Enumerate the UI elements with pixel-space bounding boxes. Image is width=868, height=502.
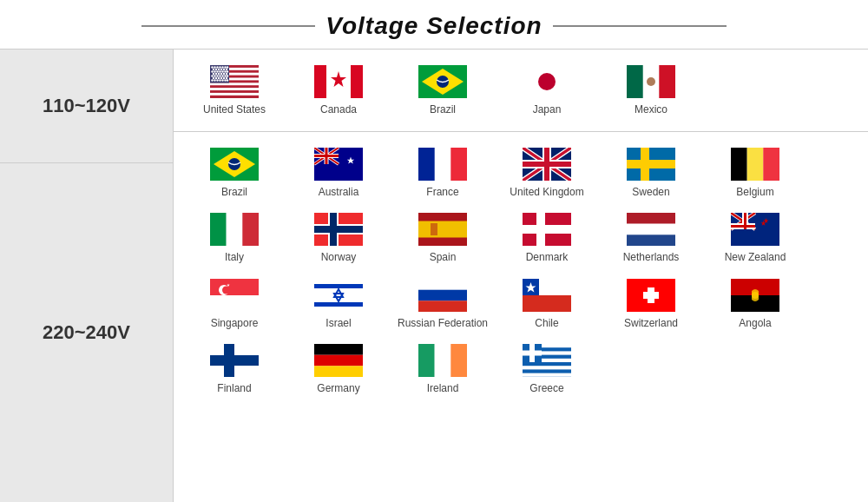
svg-point-66 [647, 77, 655, 86]
flag-label-ao: Angola [739, 317, 771, 331]
flag-icon-ie [418, 344, 467, 377]
flag-item-gb: United Kingdom [495, 144, 599, 203]
svg-rect-65 [659, 65, 675, 98]
svg-rect-99 [210, 213, 227, 246]
svg-rect-155 [314, 367, 363, 378]
flag-label-dk: Denmark [526, 251, 569, 265]
flag-icon-gr [523, 344, 571, 377]
svg-point-17 [218, 69, 220, 70]
flag-item-it: Italy [182, 209, 286, 268]
voltage-column: 110~120V 220~240V [0, 50, 174, 502]
svg-point-43 [218, 77, 220, 79]
flag-icon-it [210, 213, 259, 246]
flag-icon-mx [627, 65, 675, 98]
flag-label-br: Brazil [221, 186, 247, 200]
svg-rect-96 [731, 148, 747, 181]
svg-rect-163 [523, 367, 571, 370]
flag-label-be: Belgium [736, 186, 773, 200]
svg-rect-141 [523, 295, 571, 312]
flag-item-mx: Mexico [599, 62, 703, 121]
svg-point-22 [214, 70, 215, 72]
flags-row-4: Finland Germany Ireland Greece [174, 337, 868, 403]
svg-point-35 [214, 75, 215, 76]
svg-point-36 [216, 75, 218, 76]
page-title: Voltage Selection [326, 12, 542, 40]
svg-point-38 [221, 75, 223, 76]
flag-label-nl: Netherlands [623, 251, 680, 265]
flag-icon-br [418, 65, 467, 98]
flag-item-nz: New Zealand [703, 209, 807, 268]
flag-item-es: Spain [391, 209, 495, 268]
svg-point-34 [211, 75, 213, 76]
svg-rect-64 [627, 65, 643, 98]
svg-rect-4 [210, 83, 259, 85]
flag-item-dk: Denmark [495, 209, 599, 268]
svg-point-39 [224, 75, 226, 76]
svg-rect-138 [418, 289, 467, 301]
flag-icon-au [314, 148, 363, 181]
svg-rect-106 [330, 213, 337, 246]
flag-icon-ao [731, 279, 779, 312]
svg-rect-158 [450, 344, 467, 377]
svg-point-53 [227, 79, 228, 81]
flag-icon-dk [523, 213, 571, 246]
flag-label-au: Australia [319, 186, 359, 200]
svg-point-32 [223, 73, 225, 75]
flag-label-ru: Russian Federation [398, 317, 488, 331]
flag-label-us: United States [203, 103, 266, 117]
flag-icon-no [314, 213, 363, 246]
flag-icon-fr [418, 148, 467, 181]
svg-rect-111 [523, 225, 571, 234]
flag-icon-us [210, 65, 259, 98]
svg-point-29 [215, 73, 217, 75]
flag-item-il: Israel [286, 275, 391, 334]
flag-item-au: Australia [286, 144, 391, 203]
svg-point-24 [219, 70, 220, 72]
flag-label-cl: Chile [535, 317, 558, 331]
svg-point-23 [216, 70, 218, 72]
flag-label-ca: Canada [320, 103, 357, 117]
flag-icon-nl [627, 213, 675, 246]
flags-column: United States Canada Brazil Japan Mexico [174, 50, 868, 502]
svg-rect-132 [314, 279, 363, 312]
svg-rect-55 [314, 65, 326, 98]
flag-item-no: Norway [286, 209, 391, 268]
flag-icon-be [731, 148, 779, 181]
flag-label-mx: Mexico [635, 103, 667, 117]
flag-icon-es [418, 213, 467, 246]
svg-point-21 [211, 70, 213, 72]
flag-item-br: Brazil [391, 62, 495, 121]
flag-icon-ru [418, 279, 467, 312]
svg-rect-113 [627, 213, 675, 224]
flag-label-nz: New Zealand [725, 251, 786, 265]
svg-point-42 [215, 77, 217, 79]
svg-point-48 [214, 79, 215, 81]
svg-rect-98 [763, 148, 779, 181]
flag-icon-fi [210, 344, 259, 377]
svg-point-13 [224, 66, 226, 68]
svg-point-28 [213, 73, 214, 75]
svg-point-20 [226, 69, 227, 70]
svg-rect-82 [418, 148, 435, 181]
flags-row-3: Singapore Israel Russian Federation Chil… [174, 272, 868, 338]
flag-item-us: United States [182, 62, 286, 121]
svg-point-44 [220, 77, 222, 79]
svg-point-46 [226, 77, 227, 79]
svg-rect-95 [641, 148, 649, 181]
title-row: Voltage Selection [0, 0, 868, 49]
svg-point-18 [220, 69, 222, 70]
svg-rect-153 [314, 344, 363, 355]
flag-item-br: Brazil [182, 144, 286, 203]
svg-point-10 [216, 66, 218, 68]
flag-label-es: Spain [430, 251, 457, 265]
flag-icon-sg [210, 279, 259, 312]
svg-rect-157 [435, 344, 451, 377]
svg-rect-105 [314, 226, 363, 233]
title-line-right [553, 25, 727, 27]
flag-icon-br [210, 148, 259, 181]
svg-rect-164 [523, 373, 571, 377]
svg-point-11 [219, 66, 220, 68]
svg-rect-152 [224, 344, 234, 377]
svg-rect-154 [314, 355, 363, 367]
flag-item-gr: Greece [495, 340, 599, 400]
